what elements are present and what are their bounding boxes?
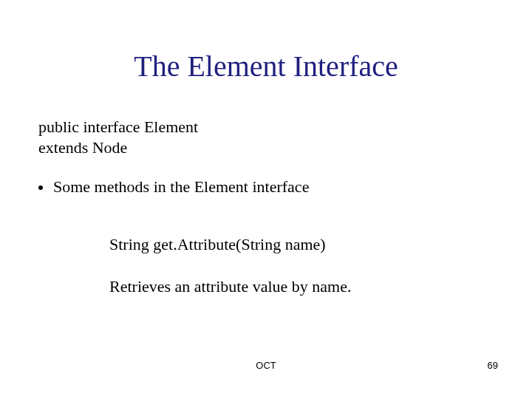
method-description: Retrieves an attribute value by name.	[109, 277, 351, 296]
bullet-item: Some methods in the Element interface	[38, 177, 309, 197]
slide-title: The Element Interface	[0, 49, 532, 83]
slide: The Element Interface public interface E…	[0, 0, 532, 399]
footer-center-label: OCT	[0, 360, 532, 371]
code-line-2: extends Node	[38, 137, 198, 158]
code-line-1: public interface Element	[38, 117, 198, 137]
bullet-text: Some methods in the Element interface	[53, 177, 309, 197]
code-declaration: public interface Element extends Node	[38, 117, 198, 157]
method-signature: String get.Attribute(String name)	[109, 235, 326, 254]
page-number: 69	[488, 360, 498, 371]
bullet-dot-icon	[38, 185, 43, 190]
